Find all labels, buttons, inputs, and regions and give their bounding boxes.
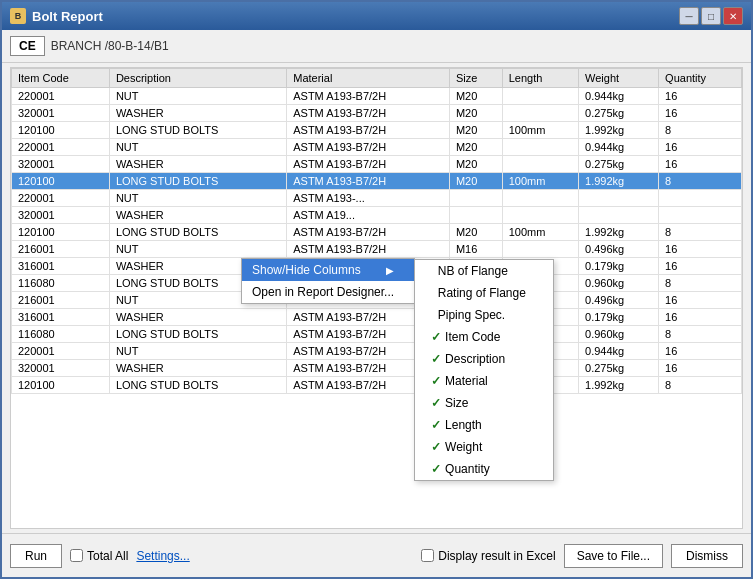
submenu-item-code[interactable]: ✓ Item Code	[415, 326, 553, 348]
settings-link[interactable]: Settings...	[136, 549, 189, 563]
table-cell-length: 100mm	[502, 224, 578, 241]
table-row[interactable]: 320001WASHERASTM A193-B7/2HM200.275kg16	[12, 105, 742, 122]
table-row[interactable]: 220001NUTASTM A193-B7/2HM200.944kg16	[12, 139, 742, 156]
main-window: B Bolt Report ─ □ ✕ CE BRANCH /80-B-14/B…	[0, 0, 753, 579]
table-cell-item_code: 120100	[12, 122, 110, 139]
table-cell-description: LONG STUD BOLTS	[109, 377, 286, 394]
table-cell-item_code: 320001	[12, 360, 110, 377]
table-cell-description: WASHER	[109, 207, 286, 224]
run-button[interactable]: Run	[10, 544, 62, 568]
toolbar: CE BRANCH /80-B-14/B1	[2, 30, 751, 63]
table-cell-quantity: 8	[659, 326, 742, 343]
context-menu-report-designer[interactable]: Open in Report Designer...	[242, 281, 414, 303]
table-cell-quantity: 16	[659, 292, 742, 309]
submenu-description[interactable]: ✓ Description	[415, 348, 553, 370]
submenu-quantity[interactable]: ✓ Quantity	[415, 458, 553, 480]
table-cell-length	[502, 190, 578, 207]
table-row[interactable]: 120100LONG STUD BOLTSASTM A193-B7/2HM201…	[12, 224, 742, 241]
table-row[interactable]: 120100LONG STUD BOLTSASTM A193-B7/2HM201…	[12, 173, 742, 190]
table-cell-quantity: 16	[659, 139, 742, 156]
table-cell-size	[449, 207, 502, 224]
table-cell-quantity: 16	[659, 360, 742, 377]
submenu-weight[interactable]: ✓ Weight	[415, 436, 553, 458]
context-menu-report-designer-label: Open in Report Designer...	[252, 285, 394, 299]
table-container[interactable]: Item Code Description Material Size Leng…	[10, 67, 743, 529]
table-cell-weight: 0.275kg	[579, 105, 659, 122]
table-row[interactable]: 216001NUTASTM A193-B7/2HM160.496kg16	[12, 241, 742, 258]
display-excel-checkbox[interactable]	[421, 549, 434, 562]
title-bar-left: B Bolt Report	[10, 8, 103, 24]
table-cell-length	[502, 105, 578, 122]
submenu-piping-spec[interactable]: Piping Spec.	[415, 304, 553, 326]
submenu-size[interactable]: ✓ Size	[415, 392, 553, 414]
minimize-button[interactable]: ─	[679, 7, 699, 25]
col-header-material: Material	[287, 69, 450, 88]
table-row[interactable]: 320001WASHERASTM A193-B7/2HM200.275kg16	[12, 156, 742, 173]
col-header-description: Description	[109, 69, 286, 88]
table-cell-size: M20	[449, 88, 502, 105]
table-cell-quantity: 16	[659, 105, 742, 122]
table-cell-item_code: 116080	[12, 275, 110, 292]
table-cell-material: ASTM A193-B7/2H	[287, 139, 450, 156]
table-cell-size: M20	[449, 122, 502, 139]
table-cell-item_code: 220001	[12, 139, 110, 156]
submenu: NB of Flange Rating of Flange Piping Spe…	[414, 259, 554, 481]
table-row[interactable]: 116080LONG STUD BOLTSASTM A193-B7/2HM168…	[12, 326, 742, 343]
submenu-material[interactable]: ✓ Material	[415, 370, 553, 392]
context-menu-show-hide-label: Show/Hide Columns	[252, 263, 361, 277]
table-row[interactable]: 320001WASHERASTM A193-B7/2HM200.275kg16	[12, 360, 742, 377]
maximize-button[interactable]: □	[701, 7, 721, 25]
table-header-row: Item Code Description Material Size Leng…	[12, 69, 742, 88]
context-menu-show-hide[interactable]: Show/Hide Columns ▶	[242, 259, 414, 281]
table-cell-material: ASTM A193-...	[287, 190, 450, 207]
table-cell-description: NUT	[109, 190, 286, 207]
table-cell-material: ASTM A193-B7/2H	[287, 122, 450, 139]
table-cell-quantity: 8	[659, 224, 742, 241]
table-cell-material: ASTM A19...	[287, 207, 450, 224]
table-cell-description: LONG STUD BOLTS	[109, 326, 286, 343]
table-cell-description: LONG STUD BOLTS	[109, 122, 286, 139]
col-header-size: Size	[449, 69, 502, 88]
table-row[interactable]: 320001WASHERASTM A19...	[12, 207, 742, 224]
table-cell-description: WASHER	[109, 360, 286, 377]
table-row[interactable]: 120100LONG STUD BOLTSASTM A193-B7/2HM201…	[12, 122, 742, 139]
col-header-length: Length	[502, 69, 578, 88]
display-excel-checkbox-label[interactable]: Display result in Excel	[421, 549, 555, 563]
total-all-label: Total All	[87, 549, 128, 563]
table-cell-item_code: 216001	[12, 241, 110, 258]
app-icon: B	[10, 8, 26, 24]
submenu-nb-flange[interactable]: NB of Flange	[415, 260, 553, 282]
table-cell-item_code: 320001	[12, 156, 110, 173]
table-cell-item_code: 316001	[12, 258, 110, 275]
table-cell-quantity: 8	[659, 377, 742, 394]
table-cell-size: M20	[449, 156, 502, 173]
table-cell-weight: 0.944kg	[579, 343, 659, 360]
table-cell-quantity	[659, 207, 742, 224]
table-row[interactable]: 120100LONG STUD BOLTSASTM A193-B7/2HM201…	[12, 377, 742, 394]
table-row[interactable]: 220001NUTASTM A193-B7/2HM200.944kg16	[12, 88, 742, 105]
table-row[interactable]: 220001NUTASTM A193-...	[12, 190, 742, 207]
total-all-checkbox-label[interactable]: Total All	[70, 549, 128, 563]
table-cell-description: NUT	[109, 343, 286, 360]
table-cell-weight: 1.992kg	[579, 122, 659, 139]
save-to-file-button[interactable]: Save to File...	[564, 544, 663, 568]
total-all-checkbox[interactable]	[70, 549, 83, 562]
table-cell-item_code: 220001	[12, 88, 110, 105]
table-cell-material: ASTM A193-B7/2H	[287, 241, 450, 258]
table-cell-weight: 0.275kg	[579, 156, 659, 173]
table-row[interactable]: 316001WASHERASTM A193-B7/2HM160.179kg16	[12, 309, 742, 326]
window-title: Bolt Report	[32, 9, 103, 24]
table-cell-item_code: 220001	[12, 343, 110, 360]
table-cell-item_code: 320001	[12, 105, 110, 122]
close-button[interactable]: ✕	[723, 7, 743, 25]
table-row[interactable]: 220001NUTASTM A193-B7/2HM200.944kg16	[12, 343, 742, 360]
dismiss-button[interactable]: Dismiss	[671, 544, 743, 568]
table-cell-weight: 0.944kg	[579, 88, 659, 105]
ce-button[interactable]: CE	[10, 36, 45, 56]
submenu-rating-flange[interactable]: Rating of Flange	[415, 282, 553, 304]
table-cell-item_code: 120100	[12, 224, 110, 241]
table-cell-length	[502, 156, 578, 173]
table-cell-material: ASTM A193-B7/2H	[287, 173, 450, 190]
submenu-length[interactable]: ✓ Length	[415, 414, 553, 436]
table-cell-quantity: 8	[659, 173, 742, 190]
